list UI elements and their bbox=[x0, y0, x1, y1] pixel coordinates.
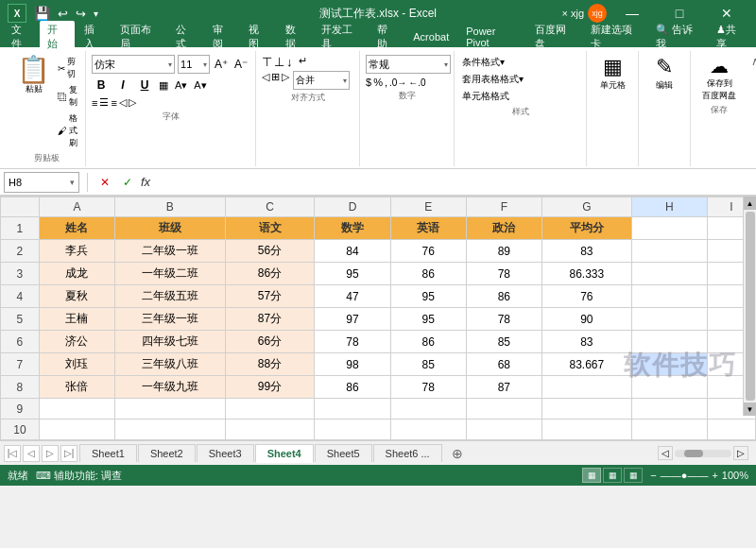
percent-button[interactable]: % bbox=[373, 77, 383, 88]
edit-button[interactable]: ✎ 编辑 bbox=[656, 55, 673, 92]
indent-more-button[interactable]: ▷ bbox=[129, 96, 136, 109]
scroll-down-button[interactable]: ▼ bbox=[744, 402, 757, 416]
col-header-b[interactable]: B bbox=[115, 197, 226, 217]
top-align-button[interactable]: ⊤ bbox=[262, 55, 272, 69]
right-align-button[interactable]: ▷ bbox=[282, 71, 289, 90]
table-format-button[interactable]: 套用表格格式▾ bbox=[460, 72, 580, 87]
decrease-font-button[interactable]: A⁻ bbox=[232, 57, 249, 72]
row-header-7[interactable]: 7 bbox=[1, 353, 40, 376]
border-button[interactable]: ▦ bbox=[157, 78, 170, 93]
cell-d2[interactable]: 84 bbox=[315, 240, 390, 263]
row-header-2[interactable]: 2 bbox=[1, 240, 40, 263]
sheet-tab-sheet3[interactable]: Sheet3 bbox=[197, 444, 254, 462]
col-header-f[interactable]: F bbox=[466, 197, 541, 217]
cell-f4[interactable]: 86 bbox=[466, 285, 541, 308]
cell-h3[interactable] bbox=[631, 263, 707, 285]
cell-d1[interactable]: 数学 bbox=[315, 217, 390, 240]
cell-a5[interactable]: 王楠 bbox=[39, 308, 114, 331]
zoom-out-button[interactable]: − bbox=[650, 470, 656, 481]
cell-h8-selected[interactable] bbox=[631, 353, 707, 376]
cell-h4[interactable] bbox=[631, 285, 707, 308]
cell-e8[interactable]: 78 bbox=[390, 376, 466, 399]
cell-g10[interactable] bbox=[541, 420, 631, 440]
cell-c9[interactable] bbox=[225, 399, 315, 420]
menu-home[interactable]: 开始 bbox=[40, 21, 74, 53]
h-scroll-thumb[interactable] bbox=[684, 450, 703, 457]
qat-redo[interactable]: ↪ bbox=[76, 7, 86, 21]
cell-g4[interactable]: 76 bbox=[541, 285, 631, 308]
cell-a2[interactable]: 李兵 bbox=[39, 240, 114, 263]
cell-c2[interactable]: 56分 bbox=[225, 240, 315, 263]
cell-g9[interactable] bbox=[541, 399, 631, 420]
scroll-thumb[interactable] bbox=[746, 212, 755, 401]
cell-d10[interactable] bbox=[315, 420, 390, 440]
cell-d3[interactable]: 95 bbox=[315, 263, 390, 285]
cell-g8[interactable] bbox=[541, 376, 631, 399]
cell-d4[interactable]: 47 bbox=[315, 285, 390, 308]
cell-a1[interactable]: 姓名 bbox=[39, 217, 114, 240]
center-align-button[interactable]: ⊞ bbox=[271, 71, 280, 90]
align-right-button[interactable]: ≡ bbox=[111, 97, 116, 109]
row-header-3[interactable]: 3 bbox=[1, 263, 40, 285]
col-header-c[interactable]: C bbox=[225, 197, 315, 217]
menu-acrobat[interactable]: Acrobat bbox=[405, 29, 456, 44]
menu-newtab[interactable]: 新建选项卡 bbox=[583, 21, 646, 53]
cell-e7[interactable]: 85 bbox=[390, 353, 466, 376]
cell-e6[interactable]: 86 bbox=[390, 331, 466, 353]
tab-nav-prev[interactable]: ◁ bbox=[23, 445, 40, 462]
cell-style-button[interactable]: 单元格格式 bbox=[460, 89, 580, 104]
menu-help[interactable]: 帮助 bbox=[369, 21, 404, 53]
cell-c4[interactable]: 57分 bbox=[225, 285, 315, 308]
cell-e2[interactable]: 76 bbox=[390, 240, 466, 263]
menu-data[interactable]: 数据 bbox=[278, 21, 312, 53]
merge-cells-select[interactable]: 合并▾ bbox=[293, 71, 350, 90]
zoom-level[interactable]: 100% bbox=[722, 470, 748, 481]
page-layout-view-button[interactable]: ▦ bbox=[603, 468, 622, 483]
save-to-baidu-button[interactable]: ☁ 保存到 百度网盘 bbox=[702, 55, 736, 102]
menu-search[interactable]: 🔍 告诉我 bbox=[648, 21, 708, 53]
cell-e10[interactable] bbox=[390, 420, 466, 440]
fill-color-button[interactable]: A▾ bbox=[173, 78, 189, 93]
cell-b8[interactable]: 一年级九班 bbox=[115, 376, 226, 399]
menu-powerpivot[interactable]: Power Pivot bbox=[458, 24, 525, 50]
increase-font-button[interactable]: A⁺ bbox=[213, 57, 230, 72]
scroll-right-button[interactable]: ▷ bbox=[733, 446, 748, 460]
paste-button[interactable]: 📋 粘贴 bbox=[13, 55, 54, 150]
cell-reference-box[interactable]: H8 ▾ bbox=[4, 172, 79, 193]
qat-dropdown[interactable]: ▾ bbox=[94, 9, 98, 19]
cell-g7[interactable]: 83.667 bbox=[541, 353, 631, 376]
row-header-5[interactable]: 5 bbox=[1, 308, 40, 331]
decrease-decimal-button[interactable]: ←.0 bbox=[408, 77, 425, 88]
cell-f3[interactable]: 78 bbox=[466, 263, 541, 285]
cell-f9[interactable] bbox=[466, 399, 541, 420]
formula-input[interactable] bbox=[154, 172, 752, 193]
collapse-ribbon-button[interactable]: ∧ bbox=[747, 51, 756, 166]
align-center-button[interactable]: ☰ bbox=[99, 96, 109, 109]
cell-i10[interactable] bbox=[707, 420, 755, 440]
cell-c5[interactable]: 87分 bbox=[225, 308, 315, 331]
vertical-scrollbar[interactable]: ▲ ▼ bbox=[743, 197, 756, 416]
cell-f8[interactable]: 87 bbox=[466, 376, 541, 399]
tab-nav-last[interactable]: ▷| bbox=[60, 445, 77, 462]
qat-undo[interactable]: ↩ bbox=[58, 7, 68, 21]
wrap-text-button[interactable]: ↵ bbox=[299, 55, 307, 69]
menu-review[interactable]: 审阅 bbox=[205, 21, 239, 53]
row-header-9[interactable]: 9 bbox=[1, 399, 40, 420]
formula-cancel-button[interactable]: ✕ bbox=[95, 173, 114, 192]
cell-g2[interactable]: 83 bbox=[541, 240, 631, 263]
cell-a9[interactable] bbox=[39, 399, 114, 420]
font-family-select[interactable]: 仿宋 ▾ bbox=[92, 55, 175, 74]
zoom-in-button[interactable]: + bbox=[712, 470, 717, 481]
col-header-d[interactable]: D bbox=[315, 197, 390, 217]
cell-a3[interactable]: 成龙 bbox=[39, 263, 114, 285]
zoom-slider[interactable]: ——●—— bbox=[661, 470, 709, 481]
cell-d9[interactable] bbox=[315, 399, 390, 420]
row-header-4[interactable]: 4 bbox=[1, 285, 40, 308]
cut-button[interactable]: ✂ 剪切 bbox=[56, 55, 79, 81]
number-format-select[interactable]: 常规 ▾ bbox=[366, 55, 451, 74]
cell-h5[interactable] bbox=[631, 308, 707, 331]
row-header-8[interactable]: 8 bbox=[1, 376, 40, 399]
cell-b2[interactable]: 二年级一班 bbox=[115, 240, 226, 263]
col-header-a[interactable]: A bbox=[39, 197, 114, 217]
row-header-10[interactable]: 10 bbox=[1, 420, 40, 440]
